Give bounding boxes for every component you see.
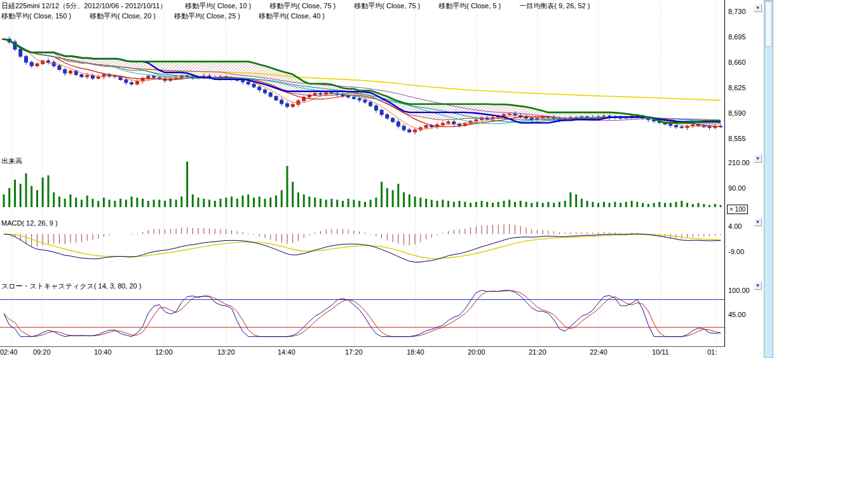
indicator-label: 移動平均( Close, 10 ) (185, 2, 251, 10)
volume-panel-label: 出来高 (1, 156, 22, 166)
x-axis-label: 22:40 (590, 348, 607, 356)
chart-plot-area[interactable] (0, 0, 724, 347)
price-panel-collapse-button[interactable]: ▼ (754, 4, 762, 12)
macd-panel-collapse-button[interactable]: ▼ (754, 218, 762, 226)
macd-axis-label: -9.00 (728, 248, 766, 255)
chart-header-row2: 移動平均( Close, 150 ) 移動平均( Close, 20 ) 移動平… (1, 11, 341, 21)
indicator-label: 移動平均( Close, 40 ) (259, 12, 325, 20)
x-axis-label: 21:20 (529, 348, 546, 356)
volume-multiplier-box: × 100 (727, 205, 748, 214)
indicator-label: 移動平均( Close, 20 ) (90, 12, 156, 20)
x-axis-label: 14:40 (278, 348, 295, 356)
time-axis-line (0, 346, 725, 347)
macd-panel-label: MACD( 12, 26, 9 ) (1, 219, 58, 227)
price-axis-label: 8,590 (728, 109, 766, 117)
vertical-scrollbar-thumb[interactable] (765, 1, 772, 47)
price-axis-label: 8,555 (728, 135, 766, 142)
instrument-title: 日経225mini 12/12（5分、2012/10/06 - 2012/10/… (1, 2, 166, 10)
x-axis-label: 09:20 (33, 348, 51, 356)
chart-application-window: 日経225mini 12/12（5分、2012/10/06 - 2012/10/… (0, 0, 868, 488)
indicator-label: 移動平均( Close, 5 ) (438, 2, 501, 10)
indicator-label: 移動平均( Close, 150 ) (1, 12, 71, 20)
x-axis-label: 02:40 (0, 348, 18, 356)
x-axis-label: 17:20 (345, 348, 363, 356)
volume-axis-label: 90.00 (728, 184, 766, 192)
x-axis-label: 10:40 (94, 348, 112, 356)
price-axis-separator-line (724, 0, 725, 347)
x-axis-label: 01: (707, 348, 717, 356)
stoch-panel-collapse-button[interactable]: ▼ (754, 281, 762, 290)
indicator-label: 移動平均( Close, 75 ) (354, 2, 420, 10)
chart-header-row1: 日経225mini 12/12（5分、2012/10/06 - 2012/10/… (1, 1, 606, 11)
x-axis-label: 13:20 (217, 348, 235, 356)
vertical-scrollbar[interactable] (764, 0, 773, 358)
price-axis-label: 8,660 (728, 58, 766, 66)
x-axis-label: 20:00 (468, 348, 485, 356)
volume-panel-collapse-button[interactable]: ▼ (754, 154, 762, 163)
x-axis-label: 10/11 (652, 348, 669, 356)
price-axis-label: 8,695 (728, 33, 766, 41)
indicator-label: 移動平均( Close, 75 ) (269, 2, 336, 10)
x-axis-label: 18:40 (407, 348, 424, 356)
stoch-axis-label: 45.00 (728, 311, 766, 318)
indicator-label: 一目均衡表( 9, 26, 52 ) (519, 2, 590, 10)
stoch-panel-label: スロー・ストキャスティクス( 14, 3, 80, 20 ) (1, 281, 141, 291)
indicator-label: 移動平均( Close, 25 ) (174, 12, 240, 20)
x-axis-label: 12:00 (155, 348, 173, 356)
price-axis-label: 8,625 (728, 84, 766, 92)
